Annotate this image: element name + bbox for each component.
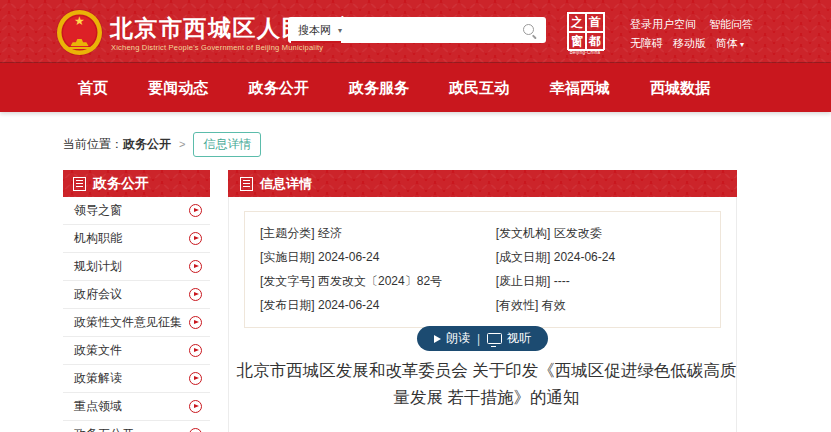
meta-label: [发文字号] bbox=[260, 274, 315, 288]
meta-label: [发布日期] bbox=[260, 298, 315, 312]
nav-item-news[interactable]: 要闻动态 bbox=[148, 63, 208, 112]
nav-item-xicheng-data[interactable]: 西城数据 bbox=[650, 63, 710, 112]
sidebar-item-label: 重点领域 bbox=[74, 398, 122, 415]
panel-header: 信息详情 bbox=[228, 170, 737, 197]
meta-topic: [主题分类] 经济 bbox=[260, 225, 496, 242]
mobile-version-link[interactable]: 移动版 bbox=[673, 36, 706, 51]
meta-label: [成文日期] bbox=[496, 250, 551, 264]
sidebar-header: 政务公开 bbox=[63, 170, 210, 197]
audio-visual-actions: 朗读 | 视听 bbox=[228, 326, 737, 351]
meta-validity: [有效性] 有效 bbox=[496, 297, 714, 314]
accessibility-link[interactable]: 无障碍 bbox=[630, 36, 663, 51]
capital-logo-char: 都 bbox=[586, 32, 604, 51]
breadcrumb-separator: > bbox=[179, 138, 185, 150]
breadcrumb-parent-link[interactable]: 政务公开 bbox=[123, 136, 171, 153]
capital-logo-char: 窗 bbox=[568, 32, 586, 51]
sidebar-item-policy-feedback[interactable]: 政策性文件意见征集 bbox=[63, 309, 210, 337]
nav-item-home[interactable]: 首页 bbox=[78, 63, 108, 112]
sidebar: 政务公开 领导之窗 机构职能 规划计划 政府会议 政策性文件意见征集 政策文件 … bbox=[63, 170, 210, 432]
sidebar-item-label: 政府会议 bbox=[74, 286, 122, 303]
breadcrumb: 当前位置： 政务公开 > 信息详情 bbox=[63, 132, 261, 156]
circle-arrow-icon bbox=[189, 428, 202, 432]
meta-implementation-date: [实施日期] 2024-06-24 bbox=[260, 249, 496, 266]
meta-value: 2024-06-24 bbox=[318, 250, 379, 264]
sidebar-title: 政务公开 bbox=[93, 175, 149, 193]
sidebar-item-policy-interpretation[interactable]: 政策解读 bbox=[63, 365, 210, 393]
play-icon bbox=[434, 335, 441, 343]
meta-value: 2024-06-24 bbox=[554, 250, 615, 264]
sidebar-item-leaders[interactable]: 领导之窗 bbox=[63, 197, 210, 225]
login-user-space-link[interactable]: 登录用户空间 bbox=[630, 17, 696, 32]
meta-issuing-agency: [发文机构] 区发改委 bbox=[496, 225, 714, 242]
sidebar-item-plans[interactable]: 规划计划 bbox=[63, 253, 210, 281]
circle-arrow-icon bbox=[189, 260, 202, 273]
sidebar-item-label: 政策性文件意见征集 bbox=[74, 314, 182, 331]
breadcrumb-current-badge[interactable]: 信息详情 bbox=[193, 132, 261, 157]
circle-arrow-icon bbox=[189, 316, 202, 329]
circle-arrow-icon bbox=[189, 344, 202, 357]
monitor-icon bbox=[487, 333, 502, 344]
site-header: ★ 北京市西城区人民政府 Xicheng District People's G… bbox=[0, 0, 831, 63]
emblem-gate-icon bbox=[71, 39, 89, 46]
document-metadata: [主题分类] 经济 [发文机构] 区发改委 [实施日期] 2024-06-24 … bbox=[244, 211, 721, 328]
read-aloud-label: 朗读 bbox=[446, 330, 470, 347]
search-icon[interactable] bbox=[523, 24, 534, 35]
document-icon bbox=[73, 177, 86, 191]
sidebar-item-label: 政策解读 bbox=[74, 370, 122, 387]
sidebar-item-label: 机构职能 bbox=[74, 230, 122, 247]
language-label: 简体 bbox=[716, 37, 738, 49]
smart-qa-link[interactable]: 智能问答 bbox=[709, 17, 753, 32]
video-label: 视听 bbox=[507, 330, 531, 347]
chevron-down-icon: ▾ bbox=[740, 40, 744, 49]
meta-label: [主题分类] bbox=[260, 226, 315, 240]
panel-title: 信息详情 bbox=[260, 175, 312, 193]
capital-logo-caption: Beijing-China bbox=[565, 50, 605, 55]
article-title: 北京市西城区发展和改革委员会 关于印发《西城区促进绿色低碳高质量发展 若干措施》… bbox=[232, 357, 741, 410]
meta-label: [发文机构] bbox=[496, 226, 551, 240]
breadcrumb-label: 当前位置： bbox=[63, 136, 123, 153]
meta-value: 经济 bbox=[318, 226, 342, 240]
meta-value: 区发改委 bbox=[554, 226, 602, 240]
language-select[interactable]: 简体▾ bbox=[716, 36, 744, 51]
read-aloud-video-button[interactable]: 朗读 | 视听 bbox=[417, 326, 548, 351]
sidebar-item-label: 领导之窗 bbox=[74, 202, 122, 219]
nav-item-interaction[interactable]: 政民互动 bbox=[449, 63, 509, 112]
button-separator: | bbox=[477, 332, 480, 346]
nav-item-gov-services[interactable]: 政务服务 bbox=[349, 63, 409, 112]
capital-window-logo[interactable]: 之 首 窗 都 bbox=[567, 12, 605, 50]
meta-label: [实施日期] bbox=[260, 250, 315, 264]
emblem-star-icon: ★ bbox=[74, 15, 85, 27]
nav-item-gov-open[interactable]: 政务公开 bbox=[249, 63, 309, 112]
sidebar-item-meetings[interactable]: 政府会议 bbox=[63, 281, 210, 309]
search-bar[interactable]: 搜本网 ▾ bbox=[288, 17, 546, 43]
nav-item-happy-xicheng[interactable]: 幸福西城 bbox=[550, 63, 610, 112]
capital-logo-char: 首 bbox=[586, 13, 604, 32]
sidebar-item-policy-docs[interactable]: 政策文件 bbox=[63, 337, 210, 365]
search-scope-underline bbox=[291, 41, 341, 43]
circle-arrow-icon bbox=[189, 204, 202, 217]
search-scope-select[interactable]: 搜本网 bbox=[298, 17, 331, 43]
meta-value: 有效 bbox=[542, 298, 566, 312]
meta-written-date: [成文日期] 2024-06-24 bbox=[496, 249, 714, 266]
meta-value: 2024-06-24 bbox=[318, 298, 379, 312]
meta-label: [废止日期] bbox=[496, 274, 551, 288]
meta-label: [有效性] bbox=[496, 298, 539, 312]
circle-arrow-icon bbox=[189, 288, 202, 301]
capital-logo-char: 之 bbox=[568, 13, 586, 32]
meta-publish-date: [发布日期] 2024-06-24 bbox=[260, 297, 496, 314]
circle-arrow-icon bbox=[189, 400, 202, 413]
sidebar-item-functions[interactable]: 机构职能 bbox=[63, 225, 210, 253]
meta-doc-number: [发文字号] 西发改文〔2024〕82号 bbox=[260, 273, 496, 290]
document-icon bbox=[240, 177, 253, 191]
sidebar-item-five-open[interactable]: 政务五公开 bbox=[63, 421, 210, 432]
circle-arrow-icon bbox=[189, 372, 202, 385]
sidebar-item-label: 政策文件 bbox=[74, 342, 122, 359]
meta-value: ---- bbox=[554, 274, 570, 288]
sidebar-item-label: 规划计划 bbox=[74, 258, 122, 275]
circle-arrow-icon bbox=[189, 232, 202, 245]
meta-value: 西发改文〔2024〕82号 bbox=[318, 274, 442, 288]
meta-abolition-date: [废止日期] ---- bbox=[496, 273, 714, 290]
emblem-base-icon bbox=[69, 47, 91, 49]
search-input[interactable] bbox=[352, 19, 506, 41]
sidebar-item-key-areas[interactable]: 重点领域 bbox=[63, 393, 210, 421]
